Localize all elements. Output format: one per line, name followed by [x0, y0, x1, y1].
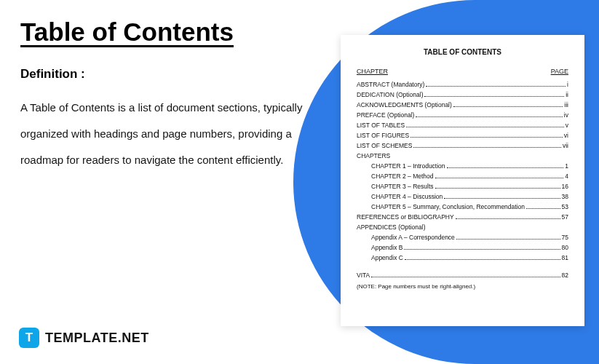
toc-row: Appendix B 80 — [357, 244, 568, 251]
toc-gap — [357, 264, 568, 272]
chapters-heading: CHAPTERS — [357, 152, 568, 159]
toc-dots — [435, 188, 560, 189]
brand-name: TEMPLATE.NET — [45, 331, 149, 346]
toc-dots — [410, 137, 563, 138]
toc-dots — [371, 277, 560, 277]
toc-label: PREFACE (Optional) — [357, 111, 414, 119]
toc-page: 53 — [562, 203, 568, 210]
toc-row: CHAPTER 1 – Introduction 1 — [357, 162, 568, 170]
left-panel: Table of Contents Definition : A Table o… — [20, 17, 304, 173]
toc-dots — [416, 116, 562, 117]
toc-dots — [424, 96, 564, 97]
toc-dots — [405, 259, 560, 260]
appendices-heading: APPENDICES (Optional) — [357, 223, 568, 231]
toc-dots — [453, 106, 563, 107]
toc-dots — [456, 239, 560, 240]
toc-dots — [404, 249, 560, 250]
toc-dots — [447, 167, 564, 168]
toc-row: Appendix A – Correspondence 75 — [357, 234, 568, 241]
toc-label: LIST OF FIGURES — [357, 132, 409, 139]
toc-page: 75 — [562, 234, 568, 241]
toc-label: Appendix B — [371, 244, 402, 251]
toc-label: CHAPTER 3 – Results — [371, 183, 434, 190]
doc-header-row: CHAPTER PAGE — [357, 68, 568, 75]
toc-label: LIST OF TABLES — [357, 122, 405, 129]
toc-dots — [413, 147, 561, 148]
doc-header-right: PAGE — [551, 68, 568, 75]
toc-dots — [444, 198, 560, 199]
document-preview: TABLE OF CONTENTS CHAPTER PAGE ABSTRACT … — [341, 35, 584, 326]
toc-label: DEDICATION (Optional) — [357, 91, 423, 98]
toc-dots — [526, 208, 560, 209]
toc-label: Appendix A – Correspondence — [371, 234, 455, 241]
toc-label: REFERENCES or BIBLIOGRAPHY — [357, 213, 454, 221]
toc-row: DEDICATION (Optional) ii — [357, 91, 568, 98]
toc-row: LIST OF SCHEMES vii — [357, 142, 568, 149]
toc-row: LIST OF TABLES v — [357, 122, 568, 129]
toc-appendices: Appendix A – Correspondence 75 Appendix … — [357, 234, 568, 261]
toc-page: v — [566, 122, 568, 129]
toc-page: 80 — [562, 244, 568, 251]
definition-text: A Table of Contents is a list of documen… — [20, 95, 304, 173]
toc-label: CHAPTER 4 – Discussion — [371, 193, 443, 200]
toc-label: VITA — [357, 272, 370, 279]
toc-page: vii — [563, 142, 568, 149]
toc-label: Appendix C — [371, 254, 403, 261]
toc-page: vi — [564, 132, 568, 139]
toc-page: 16 — [562, 183, 568, 190]
toc-row: ACKNOWLEDGMENTS (Optional) iii — [357, 101, 568, 108]
toc-page: iii — [564, 101, 568, 108]
toc-dots — [406, 127, 564, 127]
toc-row: CHAPTER 2 – Method 4 — [357, 173, 568, 180]
toc-row: LIST OF FIGURES vi — [357, 132, 568, 139]
toc-dots — [435, 178, 564, 178]
toc-label: CHAPTER 2 – Method — [371, 173, 434, 180]
toc-row: Appendix C 81 — [357, 254, 568, 261]
page-title: Table of Contents — [20, 17, 304, 47]
toc-row: CHAPTER 4 – Discussion 38 — [357, 193, 568, 200]
toc-page: i — [567, 81, 568, 88]
definition-label: Definition : — [20, 67, 304, 82]
toc-label: CHAPTER 5 – Summary, Conclusion, Recomme… — [371, 203, 525, 210]
toc-row-vita: VITA 82 — [357, 272, 568, 279]
toc-dots — [456, 218, 560, 219]
brand-icon: T — [19, 328, 39, 348]
toc-row: PREFACE (Optional) iv — [357, 111, 568, 119]
toc-page: 81 — [562, 254, 568, 261]
toc-row: CHAPTER 5 – Summary, Conclusion, Recomme… — [357, 203, 568, 210]
doc-header-left: CHAPTER — [357, 68, 388, 75]
toc-page: 1 — [565, 162, 568, 170]
toc-page: iv — [564, 111, 568, 119]
toc-page: 38 — [562, 193, 568, 200]
toc-label: ABSTRACT (Mandatory) — [357, 81, 424, 88]
toc-row: CHAPTER 3 – Results 16 — [357, 183, 568, 190]
toc-row: ABSTRACT (Mandatory) i — [357, 81, 568, 88]
toc-entries-top: ABSTRACT (Mandatory) i DEDICATION (Optio… — [357, 81, 568, 149]
toc-page: 4 — [565, 173, 568, 180]
toc-page: 82 — [562, 272, 568, 279]
toc-label: CHAPTER 1 – Introduction — [371, 162, 445, 170]
toc-row-references: REFERENCES or BIBLIOGRAPHY 57 — [357, 213, 568, 221]
toc-page: 57 — [562, 213, 568, 221]
brand-footer: T TEMPLATE.NET — [19, 328, 149, 348]
doc-note: (NOTE: Page numbers must be right-aligne… — [357, 283, 568, 290]
toc-label: ACKNOWLEDGMENTS (Optional) — [357, 101, 452, 108]
toc-dots — [426, 86, 566, 87]
toc-page: ii — [566, 91, 568, 98]
toc-chapters: CHAPTER 1 – Introduction 1 CHAPTER 2 – M… — [357, 162, 568, 210]
toc-label: LIST OF SCHEMES — [357, 142, 412, 149]
doc-title: TABLE OF CONTENTS — [357, 48, 568, 56]
